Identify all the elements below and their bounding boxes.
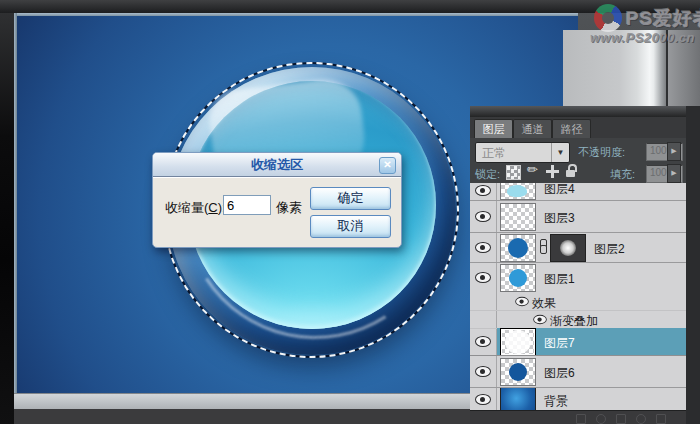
left-edge-strip	[0, 13, 14, 424]
layer-mask-thumbnail[interactable]	[550, 234, 586, 262]
chevron-down-icon[interactable]: ▼	[551, 143, 569, 162]
layer-thumbnail[interactable]	[500, 234, 536, 262]
layer-name[interactable]: 图层3	[544, 210, 575, 227]
watermark-brand: PS爱好者	[626, 6, 700, 32]
lock-label: 锁定:	[475, 167, 500, 182]
lock-transparency-icon[interactable]	[506, 165, 521, 180]
layer-thumbnail[interactable]	[500, 183, 536, 200]
visibility-eye-icon[interactable]	[475, 211, 491, 222]
layer-name[interactable]: 图层2	[594, 241, 625, 258]
panel-bottom-icon[interactable]	[576, 414, 586, 424]
lock-paint-icon[interactable]: ✏	[527, 162, 541, 177]
layer-list: 图层4 图层3 图层2 图层1 效	[470, 183, 686, 410]
watermark: PS爱好者 www.PS2000.cn	[560, 0, 700, 55]
opacity-label: 不透明度:	[578, 145, 625, 160]
ok-button[interactable]: 确定	[310, 187, 391, 210]
dialog-title: 收缩选区	[251, 157, 303, 172]
layer-row-selected[interactable]: 图层7	[470, 328, 686, 356]
tab-paths[interactable]: 路径	[552, 119, 591, 138]
mask-link-icon[interactable]	[538, 239, 547, 255]
panel-bottom-icon[interactable]	[596, 414, 606, 424]
panel-controls: 正常 ▼ 不透明度: 100% ▶ 锁定: ✏ 填充: 100% ▶	[470, 138, 686, 183]
contract-selection-dialog: 收缩选区 ✕ 收缩量(C): 像素 确定 取消	[152, 152, 402, 248]
ps-fans-logo-icon	[594, 4, 622, 32]
contract-amount-label: 收缩量(C):	[165, 199, 226, 217]
panel-titlebar[interactable]	[470, 106, 686, 117]
layer-row[interactable]: 图层6	[470, 356, 686, 388]
visibility-eye-icon[interactable]	[475, 242, 491, 253]
blend-mode-value: 正常	[482, 145, 506, 162]
close-icon[interactable]: ✕	[379, 157, 396, 174]
lock-position-icon[interactable]	[546, 165, 559, 178]
cancel-button[interactable]: 取消	[310, 215, 391, 238]
blend-mode-dropdown[interactable]: 正常 ▼	[475, 142, 570, 163]
pixels-unit-label: 像素	[276, 199, 302, 217]
dialog-separator	[153, 177, 401, 178]
layer-thumbnail[interactable]	[500, 264, 536, 292]
layer-name[interactable]: 图层6	[544, 365, 575, 382]
panel-right-edge	[686, 106, 700, 424]
panel-bottom-bar	[470, 410, 686, 424]
fill-arrow-icon[interactable]: ▶	[667, 164, 681, 183]
lock-all-icon[interactable]	[566, 164, 577, 178]
layer-name[interactable]: 图层7	[544, 335, 575, 352]
visibility-eye-icon[interactable]	[515, 297, 529, 306]
layer-row[interactable]: 图层1	[470, 263, 686, 292]
layers-panel: 图层 通道 路径 正常 ▼ 不透明度: 100% ▶ 锁定: ✏ 填充: 100…	[470, 106, 686, 424]
layer-thumbnail[interactable]	[500, 203, 536, 231]
layer-thumbnail[interactable]	[500, 388, 536, 410]
visibility-eye-icon[interactable]	[475, 185, 491, 196]
panel-bottom-icon[interactable]	[636, 414, 646, 424]
effect-label[interactable]: 渐变叠加	[550, 313, 598, 329]
layer-row[interactable]: 图层2	[470, 233, 686, 263]
panel-bottom-icon[interactable]	[656, 414, 666, 424]
effects-label[interactable]: 效果	[532, 295, 556, 311]
visibility-eye-icon[interactable]	[533, 315, 547, 324]
layer-row[interactable]: 图层3	[470, 201, 686, 233]
dialog-titlebar[interactable]: 收缩选区	[153, 153, 401, 177]
visibility-eye-icon[interactable]	[475, 336, 491, 347]
panel-tab-bar: 图层 通道 路径	[470, 117, 686, 139]
layer-name[interactable]: 图层1	[544, 271, 575, 288]
visibility-eye-icon[interactable]	[475, 272, 491, 283]
layer-thumbnail[interactable]	[500, 328, 536, 356]
contract-amount-input[interactable]	[223, 195, 271, 215]
layer-row-background[interactable]: 背景	[470, 388, 686, 410]
effect-row-gradient-overlay[interactable]: 渐变叠加	[470, 310, 686, 329]
visibility-eye-icon[interactable]	[475, 394, 491, 405]
fill-label: 填充:	[610, 167, 635, 182]
panel-bottom-icon[interactable]	[616, 414, 626, 424]
visibility-eye-icon[interactable]	[475, 366, 491, 377]
layer-thumbnail[interactable]	[500, 358, 536, 386]
effects-row[interactable]: 效果	[470, 292, 686, 311]
tab-layers[interactable]: 图层	[474, 119, 513, 138]
layer-name[interactable]: 背景	[544, 393, 568, 410]
watermark-site: www.PS2000.cn	[590, 30, 695, 45]
tab-channels[interactable]: 通道	[513, 119, 552, 138]
opacity-arrow-icon[interactable]: ▶	[667, 142, 681, 161]
layer-name[interactable]: 图层4	[544, 183, 575, 198]
layer-row-partial[interactable]: 图层4	[470, 183, 686, 201]
